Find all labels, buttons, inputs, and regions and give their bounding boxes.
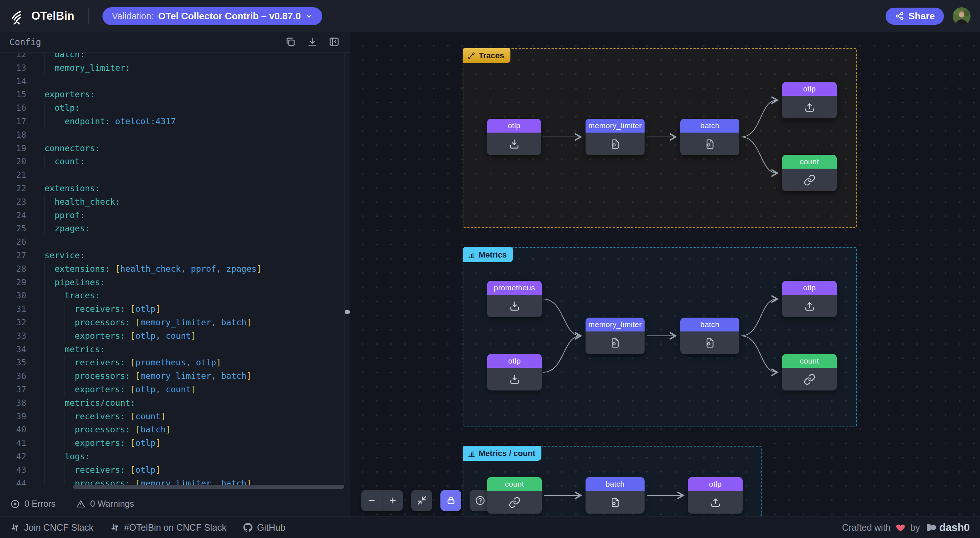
- editor-horizontal-scrollbar[interactable]: [73, 485, 344, 489]
- node-body: [585, 332, 644, 354]
- node-label: count: [487, 477, 542, 491]
- code-line-20: 20 count:: [0, 155, 344, 168]
- editor-vertical-scrollbar[interactable]: [345, 310, 350, 314]
- indent-guide: [45, 329, 45, 343]
- node-body: [680, 332, 740, 354]
- node-label: memory_limiter: [585, 119, 644, 133]
- footer-link-otelbin-slack[interactable]: #OTelBin on CNCF Slack: [110, 522, 226, 533]
- indent-guide: [45, 410, 45, 423]
- credit-prefix: Crafted with: [842, 522, 890, 533]
- pipeline-node-connector-count[interactable]: count: [782, 354, 837, 390]
- line-number: 21: [0, 168, 26, 182]
- line-number: 20: [0, 155, 26, 168]
- line-number: 27: [0, 249, 26, 262]
- pipeline-node-exporter-otlp[interactable]: otlp: [782, 82, 837, 118]
- upload-icon: [803, 101, 816, 113]
- node-label: memory_limiter: [585, 317, 644, 332]
- zoom-out-button[interactable]: −: [361, 490, 382, 511]
- lock-button[interactable]: [441, 490, 461, 511]
- line-number: 13: [0, 61, 26, 75]
- share-button[interactable]: Share: [886, 8, 944, 25]
- indent-guide: [55, 423, 55, 436]
- validation-dropdown[interactable]: Validation: OTel Collector Contrib – v0.…: [102, 7, 322, 25]
- pipeline-node-connector-count[interactable]: count: [782, 155, 837, 191]
- copy-config-button[interactable]: [284, 36, 296, 48]
- fit-view-button[interactable]: [411, 490, 432, 511]
- errors-status: 0 Errors: [10, 499, 56, 509]
- code-text: processors: [batch]: [45, 423, 170, 436]
- line-number: 16: [0, 101, 26, 115]
- collapse-panel-button[interactable]: [328, 36, 340, 48]
- code-line-19: 19connectors:: [0, 142, 344, 155]
- pipeline-node-processor-batch[interactable]: batch: [585, 477, 644, 514]
- indent-guide: [65, 302, 65, 316]
- node-label: otlp: [782, 281, 837, 295]
- upload-icon: [710, 497, 722, 508]
- inbox-down-icon: [509, 300, 520, 312]
- indent-guide: [45, 396, 45, 410]
- dash0-link[interactable]: dash0: [924, 522, 970, 534]
- indent-guide: [65, 477, 65, 485]
- code-text: receivers: [otlp]: [45, 302, 161, 316]
- line-number: 28: [0, 262, 26, 276]
- pipeline-canvas[interactable]: − + Tracesotlpmemory_limiterbatchotlpcou…: [350, 32, 980, 516]
- header-divider: [88, 8, 89, 24]
- node-label: otlp: [487, 354, 542, 368]
- code-text: extensions: [health_check, pprof, zpages…: [45, 262, 262, 276]
- pipeline-node-receiver-otlp[interactable]: otlp: [487, 119, 541, 155]
- code-line-13: 13 memory_limiter:: [0, 61, 344, 75]
- indent-guide: [45, 53, 45, 61]
- indent-guide: [45, 316, 45, 329]
- pipeline-node-processor-memory_limiter[interactable]: memory_limiter: [585, 317, 644, 354]
- warnings-status: 0 Warnings: [76, 499, 134, 509]
- indent-guide: [45, 463, 45, 477]
- pipeline-node-receiver-otlp[interactable]: otlp: [487, 354, 542, 390]
- pipeline-node-exporter-otlp[interactable]: otlp: [688, 477, 743, 514]
- avatar[interactable]: [953, 7, 970, 25]
- yaml-editor[interactable]: 12 batch:13 memory_limiter:1415exporters…: [0, 53, 344, 485]
- line-number: 25: [0, 222, 26, 235]
- code-text: count:: [45, 155, 85, 168]
- code-line-15: 15exporters:: [0, 88, 344, 101]
- code-line-43: 43 receivers: [otlp]: [0, 463, 344, 477]
- inbox-down-icon: [508, 138, 520, 150]
- download-config-button[interactable]: [306, 36, 318, 48]
- line-number: 37: [0, 383, 26, 396]
- code-line-26: 26: [0, 235, 344, 249]
- indent-guide: [45, 115, 45, 128]
- line-number: 33: [0, 329, 26, 343]
- github-icon: [243, 523, 253, 532]
- indent-guide: [65, 423, 65, 436]
- code-line-40: 40 processors: [batch]: [0, 423, 344, 436]
- indent-guide: [45, 369, 45, 383]
- line-number: 19: [0, 142, 26, 155]
- node-body: [487, 133, 541, 155]
- fit-view-icon: [416, 495, 427, 506]
- pipeline-node-receiver-prometheus[interactable]: prometheus: [487, 281, 542, 317]
- line-number: 24: [0, 209, 26, 222]
- file-cog-icon: [609, 337, 621, 349]
- panel-title: Config: [10, 37, 41, 48]
- code-line-38: 38 metrics/count:: [0, 396, 344, 410]
- pipeline-node-processor-batch[interactable]: batch: [680, 317, 740, 354]
- footer-link-join-cncf-slack[interactable]: Join CNCF Slack: [10, 522, 93, 533]
- pipeline-node-connector-count[interactable]: count: [487, 477, 542, 514]
- pipeline-group-badge-metrics-count: Metrics / count: [463, 446, 541, 461]
- pipeline-node-processor-batch[interactable]: batch: [680, 119, 740, 155]
- pipeline-node-processor-memory_limiter[interactable]: memory_limiter: [585, 119, 644, 155]
- node-label: otlp: [782, 82, 837, 96]
- link-icon: [509, 497, 520, 508]
- zoom-in-button[interactable]: +: [382, 490, 403, 511]
- line-number: 26: [0, 235, 26, 249]
- link-icon: [803, 373, 816, 386]
- code-text: metrics:: [45, 343, 105, 356]
- indent-guide: [55, 329, 55, 343]
- otelbin-logo-icon: [10, 8, 26, 24]
- pipeline-node-exporter-otlp[interactable]: otlp: [782, 281, 837, 317]
- footer-link-github[interactable]: GitHub: [243, 522, 285, 533]
- indent-guide: [45, 209, 45, 222]
- code-text: logs:: [45, 450, 90, 463]
- warnings-label: 0 Warnings: [90, 499, 134, 509]
- code-line-42: 42 logs:: [0, 450, 344, 463]
- line-number: 42: [0, 450, 26, 463]
